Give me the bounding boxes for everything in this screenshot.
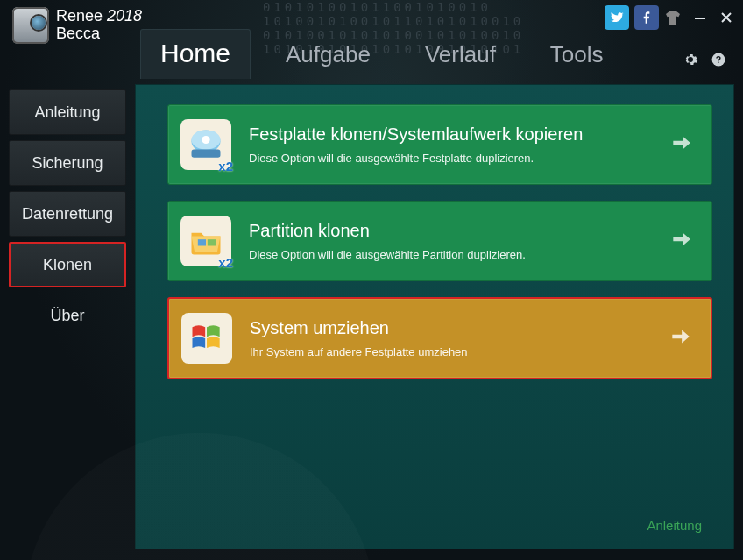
sidebar: Anleitung Sicherung Datenrettung Klonen … <box>0 79 131 560</box>
app-name: Renee 2018 <box>56 7 142 25</box>
svg-rect-6 <box>192 150 221 158</box>
card-system-migrate[interactable]: System umziehen Ihr System auf andere Fe… <box>167 297 712 379</box>
x2-badge: x2 <box>218 255 233 270</box>
arrow-right-icon <box>669 325 693 351</box>
settings-icon[interactable] <box>682 51 699 68</box>
vault-icon <box>12 7 49 44</box>
sidebar-item-klonen[interactable]: Klonen <box>9 242 126 287</box>
facebook-icon[interactable] <box>634 5 659 30</box>
tshirt-icon[interactable] <box>664 11 682 25</box>
x2-badge: x2 <box>218 159 233 174</box>
svg-rect-7 <box>198 239 206 245</box>
card-title: Festplatte klonen/Systemlaufwerk kopiere… <box>249 124 669 145</box>
svg-point-5 <box>202 136 209 144</box>
minimize-button[interactable] <box>692 10 708 25</box>
help-icon[interactable]: ? <box>710 51 727 68</box>
sidebar-item-anleitung[interactable]: Anleitung <box>9 89 126 135</box>
arrow-right-icon <box>669 131 694 158</box>
close-button[interactable] <box>718 10 734 25</box>
folder-icon: x2 <box>180 216 231 266</box>
card-clone-disk[interactable]: x2 Festplatte klonen/Systemlaufwerk kopi… <box>167 104 712 185</box>
arrow-right-icon <box>669 228 694 254</box>
anleitung-link[interactable]: Anleitung <box>647 518 702 533</box>
main-tabs: Home Aufgabe Verlauf Tools <box>140 29 623 79</box>
card-description: Diese Option will die ausgewählte Partit… <box>249 248 669 261</box>
card-title: Partition klonen <box>249 221 669 241</box>
disk-icon: x2 <box>180 119 231 170</box>
sidebar-item-ueber[interactable]: Über <box>9 293 126 338</box>
card-description: Ihr System auf andere Festplatte umziehe… <box>250 345 669 358</box>
app-subtitle: Becca <box>56 25 142 43</box>
svg-rect-0 <box>695 18 705 19</box>
svg-rect-8 <box>208 239 216 245</box>
app-logo: Renee 2018 Becca <box>12 7 142 44</box>
card-title: System umziehen <box>250 318 669 338</box>
windows-icon <box>181 313 232 364</box>
title-bar: Renee 2018 Becca Home Aufga <box>0 0 743 79</box>
sidebar-item-datenrettung[interactable]: Datenrettung <box>9 191 126 237</box>
main-panel: x2 Festplatte klonen/Systemlaufwerk kopi… <box>135 84 734 549</box>
tab-tools[interactable]: Tools <box>531 32 623 79</box>
tab-aufgabe[interactable]: Aufgabe <box>266 32 390 79</box>
sidebar-item-sicherung[interactable]: Sicherung <box>9 140 126 186</box>
svg-text:?: ? <box>716 54 721 65</box>
tab-home[interactable]: Home <box>140 29 251 79</box>
tab-verlauf[interactable]: Verlauf <box>406 32 515 79</box>
twitter-icon[interactable] <box>605 5 629 30</box>
card-description: Diese Option will die ausgewählte Festpl… <box>249 152 669 165</box>
card-clone-partition[interactable]: x2 Partition klonen Diese Option will di… <box>167 201 712 281</box>
